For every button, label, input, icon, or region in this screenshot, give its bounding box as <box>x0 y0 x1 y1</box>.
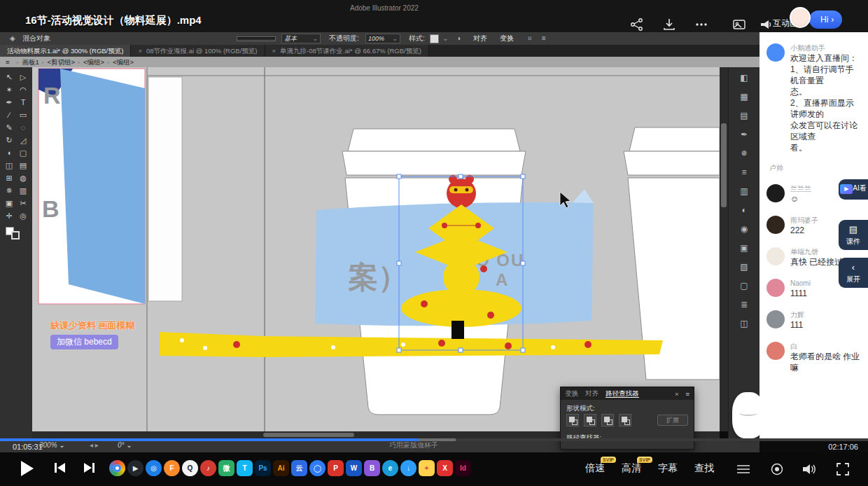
slice-tool[interactable]: ✂ <box>17 197 29 209</box>
tim-icon[interactable]: T <box>237 460 253 476</box>
cloud-docs-icon[interactable]: 云 <box>291 460 307 476</box>
fill-stroke-swatches[interactable] <box>3 225 29 241</box>
width-tool[interactable]: ◖ <box>3 147 15 158</box>
side-button-doc[interactable]: ▤课件 <box>839 220 868 250</box>
browser-360-icon[interactable]: ◎ <box>146 460 162 476</box>
panel-menu-icon[interactable]: ≡ <box>542 32 546 45</box>
color-panel-icon[interactable]: ◧ <box>736 73 752 85</box>
rotate-tool[interactable]: ↻ <box>3 134 15 146</box>
unite-icon[interactable] <box>566 414 579 426</box>
side-button-chevron-left[interactable]: ‹展开 <box>839 258 868 288</box>
previous-button[interactable] <box>55 463 65 473</box>
pathfinder-tab[interactable]: 对齐 <box>585 389 598 397</box>
qq-icon[interactable]: Q <box>182 460 198 476</box>
type-tool[interactable]: T <box>17 97 29 108</box>
shape-builder-tool[interactable]: ◫ <box>3 160 15 171</box>
fullscreen-icon[interactable] <box>834 461 851 477</box>
opacity-mask-icon[interactable]: ◑ <box>456 32 461 45</box>
line-tool[interactable]: ∕ <box>3 109 15 120</box>
pdf-reader-icon[interactable]: P <box>328 460 344 476</box>
side-button-tv[interactable]: ▶AI看 <box>839 179 868 200</box>
player-menu-高清[interactable]: 高清SVIP <box>622 462 641 475</box>
download-icon[interactable] <box>661 16 678 33</box>
style-swatch[interactable] <box>430 34 439 43</box>
firefox-icon[interactable]: F <box>164 460 180 476</box>
photoshop-icon[interactable]: Ps <box>255 460 271 476</box>
player-menu-查找[interactable]: 查找 <box>694 462 714 475</box>
mesh-tool[interactable]: ⊞ <box>3 172 15 183</box>
playlist-icon[interactable] <box>735 461 752 477</box>
intersect-icon[interactable] <box>601 414 614 426</box>
graph-tool[interactable]: ▥ <box>17 185 29 196</box>
app-x-icon[interactable]: X <box>437 460 453 476</box>
minus-front-icon[interactable] <box>584 414 596 426</box>
edge-icon[interactable]: e <box>382 460 398 476</box>
stroke-preview[interactable] <box>237 36 276 41</box>
symbols-panel-icon[interactable]: ✵ <box>736 148 752 161</box>
gradient-tool[interactable]: ▤ <box>17 160 29 171</box>
share-icon[interactable] <box>629 16 645 33</box>
downloader-icon[interactable]: ↓ <box>400 460 416 476</box>
exclude-icon[interactable] <box>619 414 631 426</box>
brush-definition-select[interactable]: 基本⌄ <box>281 34 321 43</box>
shaper-tool[interactable]: ◌ <box>17 122 29 133</box>
transform-button[interactable]: 变换 <box>500 32 514 45</box>
document-tab[interactable]: 活动物料展示1.ai* @ 300% (RGB/预览) <box>0 45 131 57</box>
symbol-tool[interactable]: ✵ <box>3 185 15 196</box>
layers-panel-icon[interactable]: ▧ <box>736 262 752 275</box>
canvas[interactable]: R B 案） O OU A <box>32 67 720 431</box>
direct-selection-tool[interactable]: ▷ <box>17 71 29 83</box>
scrollbar-thumb[interactable] <box>263 433 354 437</box>
magic-wand-tool[interactable]: ✶ <box>3 84 15 95</box>
align-button[interactable]: 对齐 <box>473 32 487 45</box>
transparency-panel-icon[interactable]: ◐ <box>736 205 752 218</box>
panel-close-icon[interactable]: × <box>675 390 679 398</box>
transform-grid-icon[interactable]: ⌗ <box>528 32 532 45</box>
player-menu-字幕[interactable]: 字幕 <box>658 462 678 475</box>
vertical-scrollbar[interactable] <box>720 67 728 431</box>
illustrator-icon[interactable]: Ai <box>273 460 289 476</box>
breadcrumb-item[interactable]: 画板1 <box>22 58 38 66</box>
word-icon[interactable]: W <box>346 460 362 476</box>
user-avatar[interactable] <box>790 7 811 28</box>
play-button[interactable] <box>21 461 34 476</box>
swatches-panel-icon[interactable]: ▤ <box>736 111 752 123</box>
breadcrumb-item[interactable]: <剪切组> <box>48 58 76 66</box>
media-player-icon[interactable]: ▶ <box>127 460 144 476</box>
hi-button[interactable]: Hi› <box>809 11 842 29</box>
breadcrumb-item[interactable]: <编组> <box>83 58 104 66</box>
pathfinder-tab[interactable]: 变换 <box>565 389 578 397</box>
blend-tool[interactable]: ◍ <box>17 172 29 183</box>
lasso-tool[interactable]: ◠ <box>17 84 29 95</box>
app-purple-icon[interactable]: B <box>364 460 380 476</box>
document-tab[interactable]: ×08节作业海报.ai @ 100% (RGB/预览) <box>131 45 265 57</box>
next-button[interactable] <box>84 463 94 473</box>
screenshot-icon[interactable] <box>731 16 748 33</box>
volume-icon[interactable] <box>801 461 818 477</box>
chrome-icon[interactable] <box>109 460 125 476</box>
pathfinder-tab[interactable]: 路径查找器 <box>606 389 639 398</box>
panel-menu-icon[interactable]: ≡ <box>685 390 690 398</box>
scale-tool[interactable]: ◿ <box>17 134 29 146</box>
rectangle-tool[interactable]: ▭ <box>17 109 29 120</box>
stroke-panel-icon[interactable]: ≡ <box>736 167 752 180</box>
netease-music-icon[interactable]: ♪ <box>200 460 216 476</box>
breadcrumb-item[interactable]: <编组> <box>113 58 134 66</box>
breadcrumb-menu-icon[interactable]: ≡ <box>6 58 10 66</box>
scrollbar-thumb[interactable] <box>721 123 727 207</box>
selection-tool[interactable]: ↖ <box>3 71 15 83</box>
align-panel-icon[interactable]: ≣ <box>736 300 752 312</box>
document-tab[interactable]: ×单滴九排-08节课作业.ai* @ 66.67% (RGB/预览) <box>265 45 429 57</box>
close-tab-icon[interactable]: × <box>138 45 142 57</box>
indesign-icon[interactable]: Id <box>455 460 471 476</box>
graphic-styles-panel-icon[interactable]: ▣ <box>736 243 752 256</box>
artboard-tool[interactable]: ▣ <box>3 197 15 209</box>
wechat-icon[interactable]: 微 <box>218 460 234 476</box>
paint-tool-icon[interactable]: ✦ <box>419 460 435 476</box>
pencil-tool[interactable]: ✎ <box>3 122 15 133</box>
artboards-panel-icon[interactable]: ▢ <box>736 281 752 293</box>
progress-bar[interactable] <box>0 438 868 441</box>
player-menu-倍速[interactable]: 倍速SVIP <box>585 462 605 475</box>
record-icon[interactable] <box>769 461 785 477</box>
more-icon[interactable] <box>693 16 710 33</box>
